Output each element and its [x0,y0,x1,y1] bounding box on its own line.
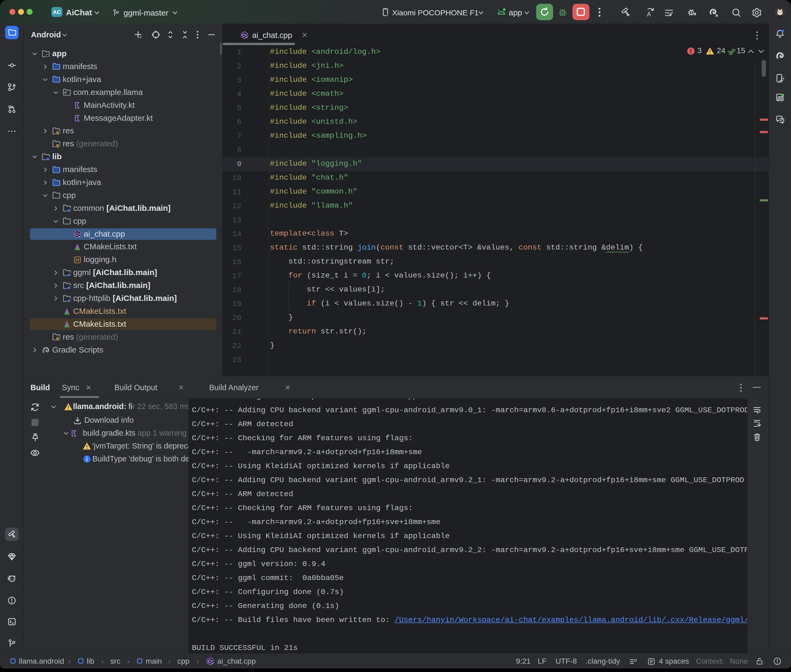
svg-text:A: A [647,11,651,18]
